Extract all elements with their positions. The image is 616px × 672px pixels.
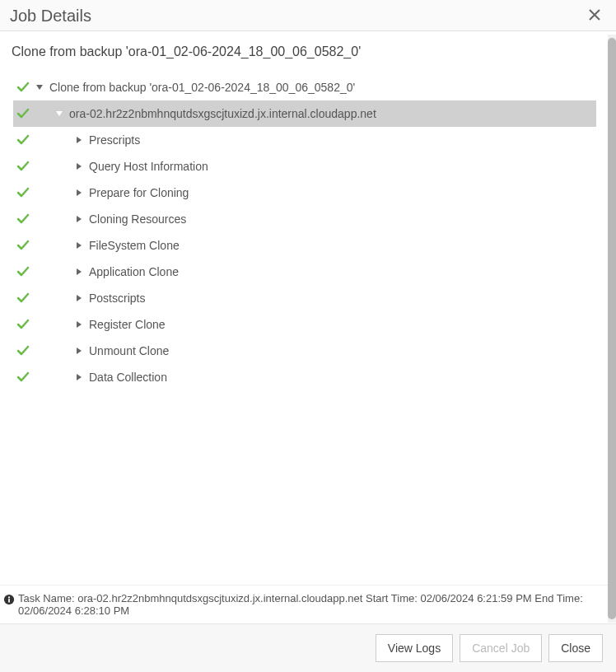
task-status-bar: Task Name: ora-02.hr2z2nbmhnqutdsxgscjtu… (0, 585, 616, 623)
close-button[interactable]: Close (548, 634, 603, 662)
tree-step-row[interactable]: Data Collection (13, 364, 596, 390)
chevron-right-icon[interactable] (72, 268, 86, 275)
tree-step-row[interactable]: Application Clone (13, 259, 596, 285)
success-check-icon (13, 81, 33, 94)
task-status-text: Task Name: ora-02.hr2z2nbmhnqutdsxgscjtu… (18, 592, 613, 617)
tree-step-row[interactable]: Register Clone (13, 311, 596, 338)
chevron-right-icon[interactable] (72, 216, 86, 222)
success-check-icon (13, 371, 33, 384)
tree-step-row[interactable]: Cloning Resources (13, 206, 596, 232)
chevron-down-icon[interactable] (53, 110, 66, 117)
success-check-icon (13, 212, 33, 226)
dialog-header: Job Details (0, 0, 616, 31)
tree-row-label: ora-02.hr2z2nbmhnqutdsxgscjtuxizd.jx.int… (69, 107, 376, 120)
chevron-right-icon[interactable] (72, 137, 86, 143)
scrollbar-thumb[interactable] (608, 38, 616, 619)
chevron-right-icon[interactable] (72, 374, 86, 380)
job-subtitle: Clone from backup 'ora-01_02-06-2024_18_… (10, 44, 600, 59)
tree-row-label: Clone from backup 'ora-01_02-06-2024_18_… (49, 81, 355, 94)
tree-step-row[interactable]: Unmount Clone (13, 338, 596, 364)
tree-step-row[interactable]: Prescripts (13, 127, 596, 153)
dialog-footer: View Logs Cancel Job Close (0, 623, 616, 672)
content: Clone from backup 'ora-01_02-06-2024_18_… (0, 31, 609, 390)
success-check-icon (13, 107, 33, 120)
tree-step-row[interactable]: Query Host Information (13, 153, 596, 180)
success-check-icon (13, 133, 33, 147)
tree-row-label: Postscripts (89, 292, 145, 305)
tree-row-label: FileSystem Clone (89, 239, 180, 252)
tree-row-label: Unmount Clone (89, 344, 169, 357)
job-details-dialog: Job Details Clone from backup 'ora-01_02… (0, 0, 616, 672)
tree-row-label: Application Clone (89, 265, 179, 278)
tree-row-label: Data Collection (89, 371, 167, 384)
chevron-right-icon[interactable] (72, 295, 86, 301)
info-icon (3, 594, 15, 608)
chevron-down-icon[interactable] (33, 84, 46, 91)
tree-step-row[interactable]: FileSystem Clone (13, 232, 596, 259)
close-icon[interactable] (586, 7, 603, 26)
tree-row-label: Query Host Information (89, 160, 208, 173)
scrollbar-track[interactable] (608, 35, 616, 623)
tree-step-row[interactable]: Postscripts (13, 285, 596, 311)
tree-step-row[interactable]: Prepare for Cloning (13, 180, 596, 206)
success-check-icon (13, 318, 33, 331)
content-scroll-area[interactable]: Clone from backup 'ora-01_02-06-2024_18_… (0, 31, 616, 585)
chevron-right-icon[interactable] (72, 163, 86, 170)
chevron-right-icon[interactable] (72, 242, 86, 249)
task-tree: Clone from backup 'ora-01_02-06-2024_18_… (10, 74, 600, 390)
view-logs-button[interactable]: View Logs (376, 634, 453, 662)
chevron-right-icon[interactable] (72, 189, 86, 196)
chevron-right-icon[interactable] (72, 348, 86, 354)
cancel-job-button: Cancel Job (460, 634, 542, 662)
tree-row-label: Prepare for Cloning (89, 186, 189, 199)
tree-row-label: Register Clone (89, 318, 166, 331)
tree-row-label: Cloning Resources (89, 212, 186, 226)
success-check-icon (13, 292, 33, 305)
chevron-right-icon[interactable] (72, 321, 86, 328)
success-check-icon (13, 160, 33, 173)
success-check-icon (13, 239, 33, 252)
svg-point-1 (8, 596, 10, 598)
tree-root-row[interactable]: Clone from backup 'ora-01_02-06-2024_18_… (13, 74, 596, 100)
svg-rect-2 (8, 599, 10, 602)
dialog-title: Job Details (10, 7, 91, 26)
success-check-icon (13, 265, 33, 278)
success-check-icon (13, 186, 33, 199)
success-check-icon (13, 344, 33, 357)
tree-host-row[interactable]: ora-02.hr2z2nbmhnqutdsxgscjtuxizd.jx.int… (13, 100, 596, 127)
tree-row-label: Prescripts (89, 133, 140, 147)
